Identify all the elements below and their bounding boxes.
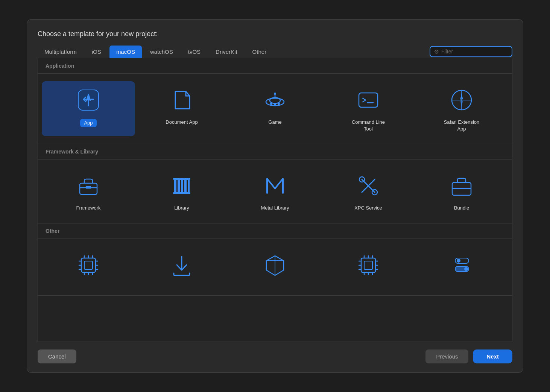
footer: Cancel Previous Next [38,349,512,363]
application-grid: A App Document App [38,74,512,144]
xpc-extension-icon [167,250,197,280]
template-item-framework[interactable]: Framework [42,167,135,215]
driver2-icon [353,250,383,280]
template-item-xpc-extension[interactable] [135,246,228,288]
new-project-dialog: Choose a template for your new project: … [27,19,523,373]
svg-rect-9 [359,93,378,107]
svg-rect-21 [173,178,190,180]
svg-rect-50 [364,261,372,269]
safari-extension-app-icon [447,85,477,115]
tab-watchos[interactable]: watchOS [143,46,180,58]
svg-point-8 [274,93,276,95]
document-app-label: Document App [166,119,198,126]
svg-rect-49 [361,258,375,272]
svg-text:A: A [86,93,91,103]
tab-other[interactable]: Other [246,46,273,58]
template-item-package[interactable] [228,246,322,288]
command-line-tool-icon [353,85,383,115]
template-item-system-extension[interactable] [415,246,508,288]
section-header-application: Application [38,58,512,74]
safari-extension-app-label: Safari ExtensionApp [444,119,480,132]
command-line-tool-label: Command LineTool [352,119,385,132]
template-item-safari-extension-app[interactable]: Safari ExtensionApp [415,81,508,136]
other-grid [38,239,512,296]
app-icon: A [73,85,103,115]
section-header-other: Other [38,223,512,239]
tab-bar: Multiplatform iOS macOS watchOS tvOS Dri… [38,46,512,58]
game-icon [260,85,290,115]
bundle-label: Bundle [454,205,469,211]
cancel-button[interactable]: Cancel [38,349,76,363]
template-item-app[interactable]: A App [42,81,135,136]
template-item-bundle[interactable]: Bundle [415,167,508,215]
svg-rect-22 [174,180,176,192]
svg-point-67 [464,267,468,271]
filter-input[interactable] [441,49,508,55]
filter-container: ⊜ [430,46,512,57]
filter-icon: ⊜ [434,48,439,55]
library-icon [167,171,197,201]
dialog-title: Choose a template for your new project: [38,30,512,38]
previous-button[interactable]: Previous [425,349,468,363]
svg-rect-26 [188,180,190,192]
filter-wrap: ⊜ [430,46,512,57]
system-extension-icon [447,250,477,280]
app-label: App [80,119,96,127]
library-label: Library [174,205,189,211]
content-area: Application A App [38,58,512,342]
tab-list: Multiplatform iOS macOS watchOS tvOS Dri… [38,46,430,58]
bundle-icon [447,171,477,201]
template-item-metal-library[interactable]: Metal Library [228,167,322,215]
svg-point-5 [274,103,276,106]
template-item-xpc-service[interactable]: XPC Service [322,167,415,215]
svg-rect-24 [181,180,183,192]
template-item-library[interactable]: Library [135,167,228,215]
metal-library-label: Metal Library [261,205,289,211]
framework-library-grid: Framework Library [38,160,512,223]
framework-label: Framework [76,205,100,211]
svg-rect-33 [81,258,96,272]
footer-right: Previous Next [425,349,512,363]
tab-multiplatform[interactable]: Multiplatform [38,46,84,58]
svg-point-6 [278,103,280,105]
svg-rect-23 [178,180,180,192]
svg-rect-34 [84,261,93,269]
svg-rect-25 [184,180,187,192]
xpc-service-icon [353,171,383,201]
template-item-driver[interactable] [42,246,135,288]
next-button[interactable]: Next [473,349,512,363]
framework-icon [73,171,103,201]
tab-macos[interactable]: macOS [109,46,142,58]
metal-library-icon [260,171,290,201]
template-item-driver2[interactable] [322,246,415,288]
svg-point-4 [270,103,272,105]
svg-rect-20 [173,192,190,194]
section-header-framework-library: Framework & Library [38,144,512,160]
xpc-service-label: XPC Service [354,205,382,211]
driver-icon [73,250,103,280]
tab-driverkit[interactable]: DriverKit [209,46,244,58]
template-item-document-app[interactable]: Document App [135,81,228,136]
tab-tvos[interactable]: tvOS [181,46,207,58]
template-item-command-line-tool[interactable]: Command LineTool [322,81,415,136]
package-icon [260,250,290,280]
tab-ios[interactable]: iOS [85,46,108,58]
document-app-icon [167,85,197,115]
template-item-game[interactable]: Game [228,81,322,136]
svg-point-64 [457,259,460,263]
game-label: Game [268,119,281,126]
